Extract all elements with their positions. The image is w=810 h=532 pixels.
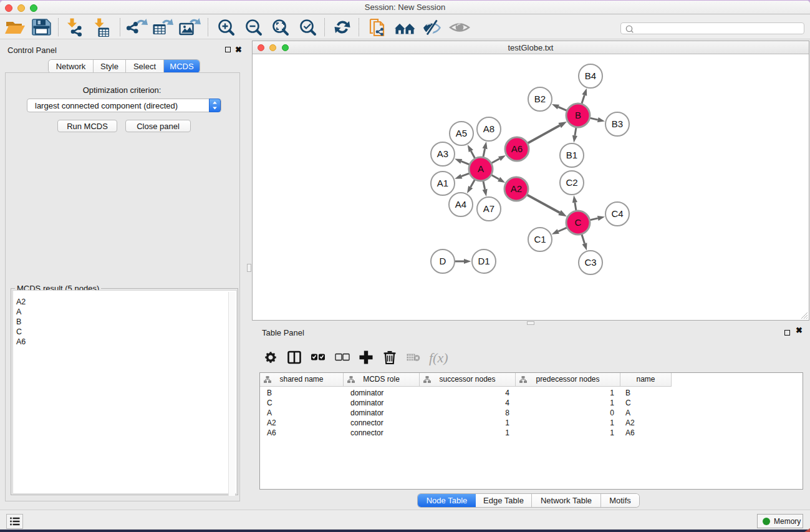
svg-text:D: D — [440, 256, 446, 266]
svg-text:A8: A8 — [483, 123, 494, 134]
svg-text:C3: C3 — [584, 257, 596, 268]
svg-text:C4: C4 — [611, 208, 623, 219]
svg-text:A6: A6 — [511, 143, 523, 154]
svg-text:B4: B4 — [585, 70, 596, 81]
svg-text:C1: C1 — [534, 234, 546, 244]
svg-text:B1: B1 — [566, 150, 577, 160]
svg-text:A: A — [478, 163, 484, 174]
svg-text:A3: A3 — [437, 148, 448, 159]
svg-text:f(x): f(x) — [429, 350, 448, 365]
svg-text:A4: A4 — [455, 199, 466, 210]
svg-text:A5: A5 — [456, 128, 467, 138]
svg-text:A7: A7 — [483, 203, 494, 214]
svg-text:A2: A2 — [511, 183, 522, 194]
svg-text:C: C — [575, 217, 582, 228]
svg-text:D1: D1 — [478, 256, 489, 266]
svg-text:B2: B2 — [534, 94, 546, 104]
svg-text:B3: B3 — [612, 118, 623, 129]
svg-text:C2: C2 — [566, 177, 577, 188]
svg-text:B: B — [575, 110, 581, 120]
svg-text:A1: A1 — [437, 178, 448, 188]
